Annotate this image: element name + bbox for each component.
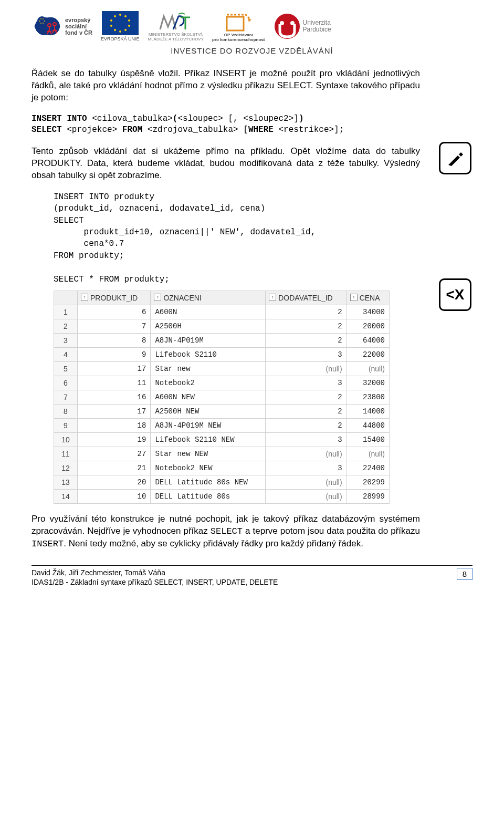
svg-point-18 [110,19,112,22]
col-produkt-id[interactable]: ↕PRODUKT_ID [78,291,151,305]
svg-point-1 [40,18,41,19]
table-row[interactable]: 611Notebook2332000 [54,376,390,390]
cell-produkt-id: 18 [78,418,151,432]
cell-produkt-id: 16 [78,390,151,404]
col-cena[interactable]: ↕CENA [346,291,389,305]
svg-point-12 [128,19,130,22]
cell-cena: 34000 [346,305,389,319]
cell-oznaceni: A600N [151,305,266,319]
cell-dodavatel-id: (null) [266,447,346,461]
svg-point-11 [124,15,127,17]
sort-icon: ↕ [81,294,88,301]
cell-dodavatel-id: 2 [266,305,346,319]
cell-produkt-id: 20 [78,475,151,489]
svg-point-16 [114,29,116,31]
cell-cena: 28999 [346,489,389,503]
row-number: 7 [54,390,78,404]
cell-cena: 22000 [346,347,389,361]
svg-point-4 [44,20,45,22]
cell-cena: 23800 [346,390,389,404]
code-syntax: INSERT INTO <cilova_tabulka>(<sloupec> [… [32,113,472,136]
cell-oznaceni: A2500H [151,319,266,333]
logo-esf: evropský sociální fond v ČR [32,14,92,39]
svg-point-6 [43,23,44,24]
row-number: 10 [54,432,78,447]
cell-oznaceni: Star new NEW [151,447,266,461]
row-number: 14 [54,489,78,503]
cell-cena: 15400 [346,432,389,447]
table-row[interactable]: 1320DELL Latitude 80s NEW(null)20299 [54,475,390,489]
logo-upce: Univerzita Pardubice [274,13,331,40]
cell-dodavatel-id: 2 [266,390,346,404]
logo-upce-text: Univerzita Pardubice [303,19,331,33]
svg-marker-21 [248,18,251,22]
cell-produkt-id: 9 [78,347,151,361]
cell-produkt-id: 17 [78,361,151,376]
cell-produkt-id: 8 [78,333,151,347]
table-row[interactable]: 38A8JN-4P019M264000 [54,333,390,347]
page-footer: David Žák, Jiří Zechmeister, Tomáš Váňa … [32,565,472,587]
cell-oznaceni: Notebook2 NEW [151,461,266,475]
cell-produkt-id: 10 [78,489,151,503]
code-example: INSERT INTO produkty (produkt_id, oznace… [54,191,472,285]
cell-oznaceni: Lifebook S2110 [151,347,266,361]
table-row[interactable]: 1221Notebook2 NEW322400 [54,461,390,475]
paragraph-1: Řádek se do tabulky úspěšně vložil. Přík… [32,68,420,104]
table-row[interactable]: 1127Star new NEW(null)(null) [54,447,390,461]
table-row[interactable]: 49Lifebook S2110322000 [54,347,390,361]
logo-op-line2: pro konkurenceschopnost [212,37,265,42]
col-oznaceni[interactable]: ↕OZNACENI [151,291,266,305]
cell-dodavatel-id: 2 [266,319,346,333]
code-example-icon: <X [439,278,471,311]
logo-esf-text: evropský sociální fond v ČR [65,17,92,36]
table-header-row: ↕PRODUKT_ID ↕OZNACENI ↕DODAVATEL_ID ↕CEN… [54,291,390,305]
row-number-header [54,291,78,305]
cell-oznaceni: A8JN-4P019M [151,333,266,347]
table-row[interactable]: 1019Lifebook S2110 NEW315400 [54,432,390,447]
logo-op: OP Vzdělávání pro konkurenceschopnost [212,11,265,42]
row-number: 4 [54,347,78,361]
svg-point-14 [124,29,127,31]
cell-produkt-id: 19 [78,432,151,447]
row-number: 13 [54,475,78,489]
footer-course: IDAS1/2B - Základní syntaxe příkazů SELE… [32,577,278,587]
cell-cena: 44800 [346,418,389,432]
cell-dodavatel-id: (null) [266,361,346,376]
svg-point-22 [275,14,300,39]
table-row[interactable]: 817A2500H NEW214000 [54,404,390,418]
row-number: 12 [54,461,78,475]
sort-icon: ↕ [269,294,276,301]
cell-dodavatel-id: 2 [266,404,346,418]
cell-produkt-id: 17 [78,404,151,418]
results-table: ↕PRODUKT_ID ↕OZNACENI ↕DODAVATEL_ID ↕CEN… [54,291,390,504]
cell-cena: 64000 [346,333,389,347]
cell-oznaceni: Star new [151,361,266,376]
row-number: 8 [54,404,78,418]
logo-eu: EVROPSKÁ UNIE [101,11,140,42]
cell-dodavatel-id: 3 [266,376,346,390]
sort-icon: ↕ [154,294,161,301]
svg-point-17 [110,25,112,27]
table-row[interactable]: 517Star new(null)(null) [54,361,390,376]
row-number: 6 [54,376,78,390]
svg-point-0 [37,16,47,26]
table-row[interactable]: 16A600N234000 [54,305,390,319]
svg-rect-20 [227,17,244,30]
logo-msmt-line1: MINISTERSTVO ŠKOLSTVÍ, [148,32,204,37]
table-row[interactable]: 27A2500H220000 [54,319,390,333]
cell-cena: 20299 [346,475,389,489]
cell-oznaceni: Lifebook S2110 NEW [151,432,266,447]
cell-cena: 20000 [346,319,389,333]
logo-op-line1: OP Vzdělávání [212,33,265,37]
cell-dodavatel-id: 3 [266,432,346,447]
table-row[interactable]: 918A8JN-4P019M NEW244800 [54,418,390,432]
cell-dodavatel-id: 2 [266,333,346,347]
cell-produkt-id: 6 [78,305,151,319]
cell-oznaceni: A8JN-4P019M NEW [151,418,266,432]
row-number: 3 [54,333,78,347]
cell-cena: 22400 [346,461,389,475]
cell-oznaceni: DELL Latitude 80s [151,489,266,503]
col-dodavatel-id[interactable]: ↕DODAVATEL_ID [266,291,346,305]
table-row[interactable]: 1410DELL Latitude 80s(null)28999 [54,489,390,503]
table-row[interactable]: 716A600N NEW223800 [54,390,390,404]
